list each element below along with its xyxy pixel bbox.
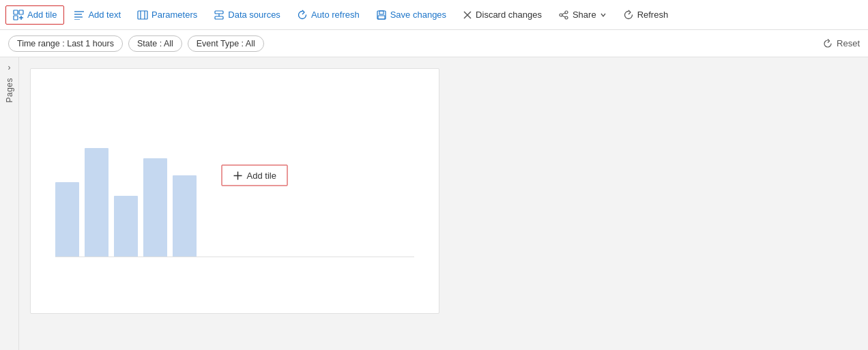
- main-content: › Pages: [0, 57, 868, 350]
- add-tile-label: Add tile: [27, 10, 57, 20]
- bar-4: [143, 158, 167, 257]
- discard-changes-label: Discard changes: [476, 10, 542, 20]
- state-filter[interactable]: State : All: [128, 35, 182, 52]
- auto-refresh-icon: [297, 10, 308, 20]
- svg-rect-1: [19, 10, 23, 14]
- data-sources-label: Data sources: [228, 10, 280, 20]
- add-text-icon: [74, 10, 85, 20]
- filter-bar: Time range : Last 1 hours State : All Ev…: [0, 30, 868, 57]
- parameters-label: Parameters: [151, 10, 197, 20]
- side-panel[interactable]: › Pages: [0, 57, 19, 350]
- side-panel-arrow-icon: ›: [8, 63, 11, 72]
- add-tile-chart-button[interactable]: Add tile: [222, 165, 288, 186]
- svg-rect-2: [14, 16, 18, 20]
- share-label: Share: [573, 10, 596, 20]
- reset-icon: [823, 39, 833, 48]
- chart-area: Add tile: [42, 80, 428, 271]
- bar-5: [173, 175, 197, 257]
- event-type-filter[interactable]: Event Type : All: [188, 35, 264, 52]
- add-tile-chart-icon: [233, 171, 243, 180]
- bar-group-2: [85, 148, 108, 257]
- pages-label: Pages: [5, 78, 14, 103]
- time-range-filter[interactable]: Time range : Last 1 hours: [8, 35, 123, 52]
- time-range-label: Time range : Last 1 hours: [17, 39, 114, 48]
- bar-2: [85, 148, 108, 257]
- share-icon: [558, 10, 569, 20]
- discard-changes-icon: [463, 10, 472, 20]
- reset-button[interactable]: Reset: [823, 38, 860, 48]
- share-button[interactable]: Share: [551, 6, 613, 24]
- refresh-button[interactable]: Refresh: [616, 6, 676, 24]
- add-text-label: Add text: [88, 10, 121, 20]
- auto-refresh-label: Auto refresh: [311, 10, 360, 20]
- add-tile-chart-label: Add tile: [247, 171, 276, 181]
- svg-rect-13: [215, 16, 223, 19]
- svg-point-22: [565, 16, 568, 19]
- save-changes-label: Save changes: [390, 10, 446, 20]
- svg-line-23: [562, 13, 565, 14]
- parameters-icon: [137, 10, 148, 20]
- svg-rect-0: [14, 10, 18, 14]
- svg-point-20: [565, 11, 568, 14]
- bar-group-3: [114, 196, 138, 257]
- discard-changes-button[interactable]: Discard changes: [456, 6, 549, 23]
- svg-rect-12: [215, 11, 223, 14]
- chart-bars: [55, 107, 197, 257]
- refresh-icon: [623, 10, 634, 20]
- save-changes-icon: [376, 10, 387, 20]
- parameters-button[interactable]: Parameters: [130, 6, 204, 24]
- bar-1: [55, 182, 79, 257]
- svg-rect-15: [377, 11, 386, 19]
- dashboard-card: Add tile: [30, 68, 439, 314]
- state-label: State : All: [137, 39, 173, 48]
- share-chevron-icon: [600, 12, 607, 18]
- bar-group-4: [143, 158, 167, 257]
- toolbar: Add tile Add text Parameters: [0, 0, 868, 30]
- svg-rect-9: [138, 11, 147, 19]
- add-tile-icon: [13, 10, 24, 20]
- data-sources-button[interactable]: Data sources: [207, 6, 287, 24]
- chart-baseline: [55, 257, 414, 257]
- bar-group-1: [55, 182, 79, 257]
- add-tile-button[interactable]: Add tile: [5, 5, 64, 25]
- auto-refresh-button[interactable]: Auto refresh: [290, 6, 366, 24]
- svg-rect-17: [378, 16, 385, 19]
- event-type-label: Event Type : All: [197, 39, 255, 48]
- data-sources-icon: [214, 10, 225, 20]
- bar-3: [114, 196, 138, 257]
- refresh-label: Refresh: [637, 10, 669, 20]
- save-changes-button[interactable]: Save changes: [369, 6, 453, 24]
- svg-rect-16: [379, 11, 384, 14]
- add-text-button[interactable]: Add text: [67, 6, 128, 23]
- bar-group-5: [173, 175, 197, 257]
- reset-label: Reset: [837, 38, 860, 48]
- dashboard-area: Add tile: [19, 57, 868, 350]
- svg-line-24: [562, 16, 565, 17]
- svg-point-21: [560, 14, 562, 16]
